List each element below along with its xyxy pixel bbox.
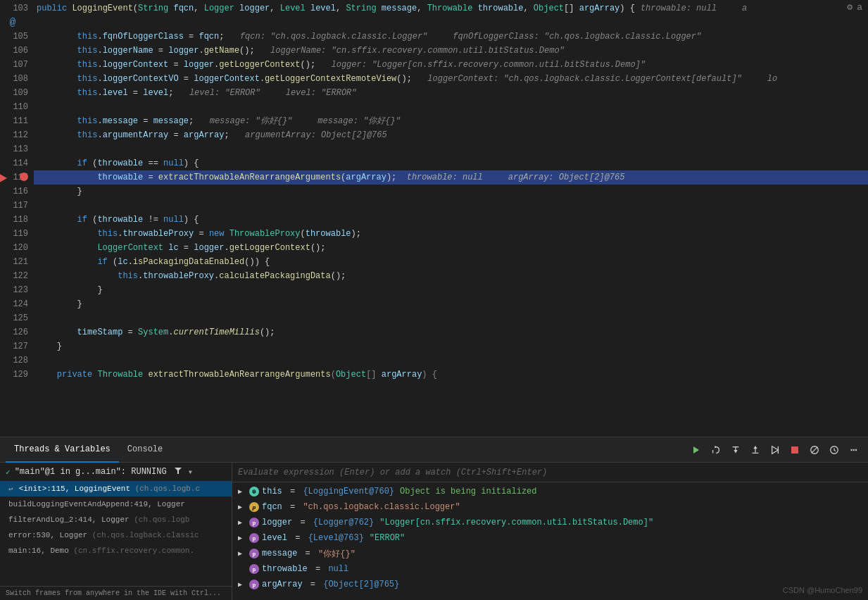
step-over-button[interactable] [707, 442, 724, 458]
step-into-button[interactable] [727, 442, 744, 458]
var-row-logger[interactable]: ▶ p logger = {Logger@762} "Logger[cn.sff… [232, 515, 868, 530]
var-row-argarray[interactable]: ▶ p argArray = {Object[2]@765} [232, 577, 868, 592]
expand-message[interactable]: ▶ [238, 549, 246, 558]
code-line-112: this.argumentArray = argArray; argumentA… [34, 128, 868, 142]
code-line-120: LoggerContext lc = logger.getLoggerConte… [34, 241, 868, 255]
code-line-117 [34, 199, 868, 213]
code-lines: public LoggingEvent(String fqcn, Logger … [34, 0, 868, 437]
var-row-fqcn[interactable]: ▶ p fqcn = "ch.qos.logback.classic.Logge… [232, 499, 868, 515]
more-options-button[interactable]: ⋯ [845, 442, 862, 458]
thread-check-icon: ✓ [6, 468, 11, 477]
p-icon-logger: p [249, 518, 259, 527]
tab-threads-variables[interactable]: Threads & Variables [6, 437, 119, 463]
resume-button[interactable] [688, 442, 705, 458]
ln-117: 117 [0, 199, 28, 213]
code-line-123: } [34, 283, 868, 297]
var-name-argarray: argArray [262, 580, 303, 589]
code-line-119: this.throwableProxy = new ThrowableProxy… [34, 227, 868, 241]
run-to-cursor-button[interactable] [767, 442, 784, 458]
ln-108: 108 [0, 72, 28, 86]
frame-row-3[interactable]: error:530, Logger (ch.qos.logback.classi… [0, 527, 232, 543]
ln-128: 128 [0, 354, 28, 368]
var-row-throwable[interactable]: p throwable = null [232, 561, 868, 577]
step-out-button[interactable] [747, 442, 764, 458]
ln-105: 105 [0, 30, 28, 44]
panel-right: Evaluate expression (Enter) or add a wat… [232, 463, 868, 600]
ln-120: 120 [0, 241, 28, 255]
frame-text-0: <init>:115, LoggingEvent (ch.qos.logb.c [19, 485, 200, 493]
code-line-128 [34, 354, 868, 368]
editor-gear-icon[interactable]: ⚙ a [847, 1, 862, 13]
svg-line-13 [812, 446, 818, 453]
var-val-this: {LoggingEvent@760} [303, 487, 394, 496]
p-icon-message: p [249, 549, 259, 558]
expand-throwable [238, 565, 246, 573]
var-val-fqcn: "ch.qos.logback.classic.Logger" [303, 502, 460, 512]
ln-125: 125 [0, 311, 28, 325]
svg-marker-14 [175, 468, 182, 474]
ln-113: 113 [0, 142, 28, 156]
thread-dropdown-icon[interactable]: ▾ [188, 467, 193, 477]
code-line-109: this.level = level; level: "ERROR" level… [34, 86, 868, 100]
code-line-124: } [34, 297, 868, 311]
var-row-level[interactable]: ▶ p level = {Level@763} "ERROR" [232, 530, 868, 546]
var-row-message[interactable]: ▶ p message = "你好{}" [232, 546, 868, 561]
ln-110: 110 [0, 100, 28, 114]
expand-level[interactable]: ▶ [238, 534, 246, 542]
expand-argarray[interactable]: ▶ [238, 580, 246, 589]
ln-118: 118 [0, 213, 28, 227]
var-val-logger: {Logger@762} [313, 518, 374, 527]
tab-console[interactable]: Console [119, 437, 171, 463]
var-name-fqcn: fqcn [262, 502, 282, 512]
svg-marker-0 [693, 446, 699, 454]
ln-126: 126 [0, 325, 28, 339]
code-line-108: this.loggerContextVO = loggerContext.get… [34, 72, 868, 86]
svg-marker-9 [772, 446, 779, 454]
code-line-118: if (throwable != null) { [34, 213, 868, 227]
eval-bar[interactable]: Evaluate expression (Enter) or add a wat… [232, 463, 868, 482]
field-icon-fqcn: p [249, 502, 259, 512]
frame-row-1[interactable]: buildLoggingEventAndAppend:419, Logger [0, 496, 232, 512]
expand-fqcn[interactable]: ▶ [238, 503, 246, 511]
frame-row-0[interactable]: ↩ <init>:115, LoggingEvent (ch.qos.logb.… [0, 481, 232, 496]
code-line-106: this.loggerName = logger.getName(); logg… [34, 44, 868, 58]
var-val-throwable: null [328, 564, 348, 574]
ln-107: 107 [0, 58, 28, 72]
stop-button[interactable] [786, 442, 803, 458]
ln-104: @ [0, 15, 28, 30]
panel-toolbar: ⋯ [688, 442, 862, 458]
code-line-116: } [34, 185, 868, 199]
frame-row-4[interactable]: main:16, Demo (cn.sffix.recovery.common. [0, 543, 232, 558]
expand-this[interactable]: ▶ [238, 487, 246, 496]
ln-124: 124 [0, 297, 28, 311]
settings-button[interactable] [826, 442, 843, 458]
p-icon-level: p [249, 533, 259, 543]
ln-127: 127 [0, 339, 28, 354]
code-line-107: this.loggerContext = logger.getLoggerCon… [34, 58, 868, 72]
frame-row-2[interactable]: filterAndLog_2:414, Logger (ch.qos.logb [0, 512, 232, 527]
frame-text-4: main:16, Demo (cn.sffix.recovery.common. [8, 546, 194, 555]
svg-rect-11 [791, 446, 798, 454]
ln-109: 109 [0, 86, 28, 100]
thread-row[interactable]: ✓ "main"@1 in g...main": RUNNING ▾ [0, 463, 232, 481]
mute-breakpoints-button[interactable] [806, 442, 823, 458]
code-line-111: this.message = message; message: "你好{}" … [34, 114, 868, 128]
var-row-this[interactable]: ▶ ⊕ this = {LoggingEvent@760} Object is … [232, 484, 868, 499]
line-numbers: 103 @ 105 106 107 108 109 110 111 112 11… [0, 0, 34, 437]
frame-text-2: filterAndLog_2:414, Logger (ch.qos.logb [8, 515, 189, 524]
svg-marker-1 [715, 445, 717, 448]
ln-123: 123 [0, 283, 28, 297]
thread-filter-icon[interactable] [174, 466, 182, 477]
svg-marker-7 [753, 445, 757, 448]
var-desc-logger: "Logger[cn.sffix.recovery.common.util.bi… [379, 518, 653, 527]
code-line-127: } [34, 339, 868, 354]
expand-logger[interactable]: ▶ [238, 518, 246, 527]
code-line-121: if (lc.isPackagingDataEnabled()) { [34, 255, 868, 269]
ln-119: 119 [0, 227, 28, 241]
code-line-113 [34, 142, 868, 156]
code-line-129: private Throwable extractThrowableAnRear… [34, 368, 868, 382]
ln-106: 106 [0, 44, 28, 58]
code-line-115: throwable = extractThrowableAnRearrangeA… [34, 170, 868, 185]
ln-112: 112 [0, 128, 28, 142]
var-name-level: level [262, 533, 287, 543]
